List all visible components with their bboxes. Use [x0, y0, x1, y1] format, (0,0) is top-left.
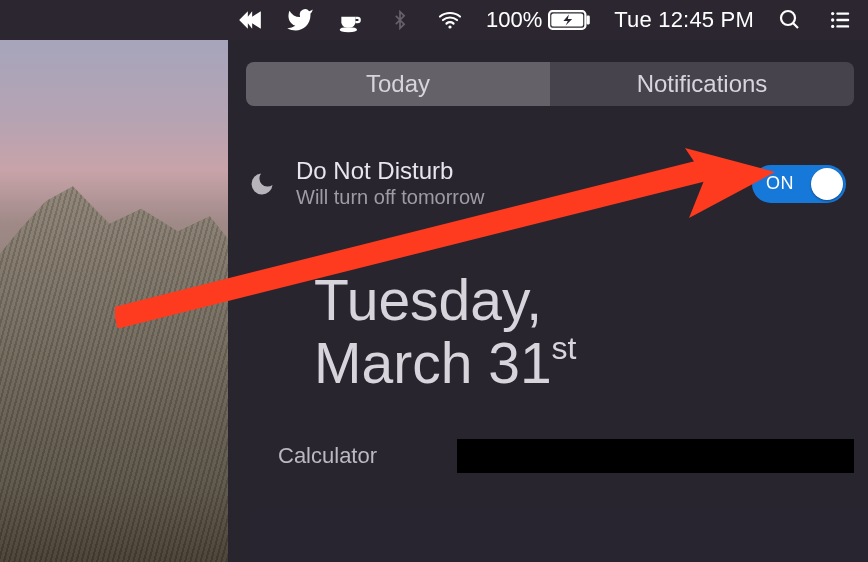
desktop-wallpaper [0, 40, 228, 562]
wallpaper-mountain [0, 186, 228, 562]
dnd-title: Do Not Disturb [296, 158, 734, 184]
notification-center-panel: Today Notifications Do Not Disturb Will … [228, 40, 868, 562]
dnd-subtitle: Will turn off tomorrow [296, 186, 734, 209]
svg-line-6 [793, 23, 798, 28]
calculator-widget-body [457, 439, 854, 473]
dnd-text: Do Not Disturb Will turn off tomorrow [296, 158, 734, 209]
tab-today[interactable]: Today [246, 62, 550, 106]
date-month-day: March 31 [314, 331, 552, 395]
segmented-control: Today Notifications [246, 62, 854, 106]
do-not-disturb-row: Do Not Disturb Will turn off tomorrow ON [246, 158, 854, 209]
svg-point-0 [341, 28, 356, 31]
dnd-toggle-knob [811, 168, 843, 200]
svg-point-1 [448, 25, 451, 28]
today-date: Tuesday, March 31st [314, 269, 854, 394]
date-line2: March 31st [314, 332, 854, 395]
moon-icon [246, 168, 278, 200]
caffeine-icon[interactable] [336, 6, 364, 34]
dnd-toggle[interactable]: ON [752, 165, 846, 203]
svg-point-5 [781, 11, 795, 25]
date-ordinal: st [552, 330, 577, 366]
battery-icon [548, 9, 592, 31]
svg-rect-3 [587, 16, 590, 25]
svg-rect-12 [836, 25, 849, 27]
battery-percent: 100% [486, 7, 542, 33]
twitter-icon[interactable] [286, 6, 314, 34]
clock[interactable]: Tue 12:45 PM [614, 7, 754, 33]
calculator-widget-header: Calculator [246, 439, 854, 473]
spotlight-icon[interactable] [776, 6, 804, 34]
bluetooth-icon[interactable] [386, 6, 414, 34]
wifi-icon[interactable] [436, 6, 464, 34]
date-line1: Tuesday, [314, 269, 854, 332]
svg-rect-10 [836, 19, 849, 21]
battery-status[interactable]: 100% [486, 7, 592, 33]
calculator-widget-title: Calculator [278, 443, 377, 469]
svg-rect-8 [836, 12, 849, 14]
svg-point-9 [831, 18, 834, 21]
svg-point-11 [831, 25, 834, 28]
app-icon-1[interactable] [236, 6, 264, 34]
dnd-toggle-label: ON [766, 173, 794, 194]
svg-point-7 [831, 12, 834, 15]
tab-notifications[interactable]: Notifications [550, 62, 854, 106]
notification-center-icon[interactable] [826, 6, 854, 34]
menubar: 100% Tue 12:45 PM [0, 0, 868, 40]
